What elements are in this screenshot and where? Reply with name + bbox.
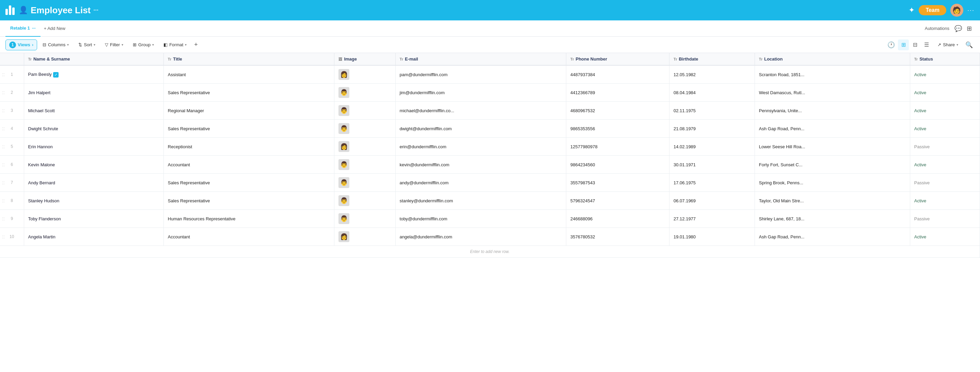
cell-image: 👨 (334, 174, 395, 192)
sun-icon[interactable]: ✦ (908, 6, 915, 14)
row-number: 3 (11, 108, 13, 113)
cell-email: pam@dundermifflin.com (395, 65, 566, 84)
drag-handle[interactable]: :: (2, 234, 5, 239)
table-container: Tr Name & Surname Tr Title 🖼 Image (0, 53, 980, 372)
col-header-phone[interactable]: Tr Phone Number (566, 53, 670, 65)
table-row: ::9Toby FlandersonHuman Resources Repres… (0, 210, 980, 228)
drag-handle[interactable]: :: (2, 90, 5, 95)
cell-phone: 4680967532 (566, 102, 670, 120)
cell-status: Active (910, 84, 980, 102)
col-label-email: E-mail (405, 57, 418, 62)
cell-image: 👨 (334, 192, 395, 210)
status-badge: Active (914, 108, 926, 113)
card-view-button[interactable]: ⊟ (910, 40, 920, 50)
add-toolbar-button[interactable]: + (192, 39, 200, 50)
cell-status: Passive (910, 138, 980, 156)
header-more-icon[interactable]: ··· (967, 7, 975, 14)
list-view-button[interactable]: ☰ (921, 40, 932, 50)
cell-name[interactable]: Toby Flanderson (24, 210, 164, 228)
cell-phone: 3576780532 (566, 228, 670, 246)
sort-button[interactable]: ⇅ Sort ▾ (74, 40, 99, 49)
title-more-icon[interactable]: ··· (93, 7, 99, 14)
format-button[interactable]: ◧ Format ▾ (159, 40, 191, 49)
cell-location: West Damascus, Rutl... (754, 84, 910, 102)
employee-photo: 👩 (339, 141, 349, 152)
cell-name[interactable]: Kevin Malone (24, 156, 164, 174)
add-row-hint: Enter to add new row. (0, 246, 980, 258)
cell-rownum: ::1 (0, 65, 24, 84)
drag-handle[interactable]: :: (2, 198, 5, 203)
drag-handle[interactable]: :: (2, 162, 5, 167)
cell-name[interactable]: Michael Scott (24, 102, 164, 120)
tab-retable1[interactable]: Retable 1 ··· (5, 21, 41, 37)
cell-name[interactable]: Erin Hannon (24, 138, 164, 156)
cell-birthdate: 14.02.1989 (670, 138, 755, 156)
drag-handle[interactable]: :: (2, 180, 5, 185)
automations-button[interactable]: Automations (921, 26, 953, 31)
cell-name[interactable]: Angela Martin (24, 228, 164, 246)
views-count: 1 (9, 41, 16, 48)
layout-icon-button[interactable]: ⊞ (964, 23, 975, 34)
footer-row: Enter to add new row. (0, 246, 980, 258)
drag-handle[interactable]: :: (2, 144, 5, 149)
cell-image: 👩 (334, 228, 395, 246)
filter-button[interactable]: ▽ Filter ▾ (101, 40, 127, 49)
table-row: ::3Michael ScottRegional Manager👨michael… (0, 102, 980, 120)
cell-location: Taylor, Old Main Stre... (754, 192, 910, 210)
avatar[interactable]: 🧑 (950, 4, 963, 17)
filter-chevron: ▾ (122, 43, 123, 47)
group-button[interactable]: ⊞ Group ▾ (129, 40, 158, 49)
cell-name[interactable]: Stanley Hudson (24, 192, 164, 210)
cell-title: Receptionist (164, 138, 334, 156)
col-header-image[interactable]: 🖼 Image (334, 53, 395, 65)
cell-email: toby@dundermifflin.com (395, 210, 566, 228)
share-button[interactable]: ↗ Share ▾ (933, 40, 962, 49)
drag-handle[interactable]: :: (2, 216, 5, 222)
drag-handle[interactable]: :: (2, 108, 5, 113)
cell-status: Active (910, 120, 980, 138)
col-header-status[interactable]: Tr Status (910, 53, 980, 65)
cell-name[interactable]: Andy Bernard (24, 174, 164, 192)
views-button[interactable]: 1 Views › (5, 40, 37, 50)
add-new-button[interactable]: + Add New (41, 26, 69, 31)
table-row: ::2Jim HalpertSales Representative👨jim@d… (0, 84, 980, 102)
cell-title: Sales Representative (164, 120, 334, 138)
cell-location: Shirley Lane, 687, 18... (754, 210, 910, 228)
col-header-email[interactable]: Tr E-mail (395, 53, 566, 65)
table-row: ::6Kevin MaloneAccountant👨kevin@dundermi… (0, 156, 980, 174)
cell-name[interactable]: Pam Beesly⤢ (24, 65, 164, 84)
status-badge: Passive (914, 144, 930, 149)
drag-handle[interactable]: :: (2, 72, 5, 77)
expand-icon[interactable]: ⤢ (53, 72, 59, 78)
cell-email: michael@dundermifflin.co... (395, 102, 566, 120)
col-header-birthdate[interactable]: Tr Birthdate (670, 53, 755, 65)
cell-email: angela@dundermifflin.com (395, 228, 566, 246)
team-badge[interactable]: Team (919, 5, 946, 15)
col-header-name[interactable]: Tr Name & Surname (24, 53, 164, 65)
col-type-icon-phone: Tr (570, 57, 574, 61)
app-logo[interactable] (5, 5, 14, 15)
cell-birthdate: 17.06.1975 (670, 174, 755, 192)
columns-button[interactable]: ⊟ Columns ▾ (38, 40, 73, 49)
drag-handle[interactable]: :: (2, 126, 5, 131)
cell-status: Active (910, 65, 980, 84)
tab-more-icon[interactable]: ··· (32, 25, 36, 31)
cell-status: Active (910, 102, 980, 120)
history-icon-button[interactable]: 🕐 (886, 40, 897, 50)
col-header-location[interactable]: Tr Location (754, 53, 910, 65)
cell-name[interactable]: Dwight Schrute (24, 120, 164, 138)
app-title-area: 👤 Employee List ··· (19, 5, 99, 16)
cell-name[interactable]: Jim Halpert (24, 84, 164, 102)
col-label-title: Title (173, 57, 182, 62)
row-number: 7 (11, 180, 13, 185)
col-header-title[interactable]: Tr Title (164, 53, 334, 65)
table-row: ::7Andy BernardSales Representative👨andy… (0, 174, 980, 192)
cell-image: 👩 (334, 65, 395, 84)
grid-view-button[interactable]: ⊞ (898, 40, 909, 50)
table-header-row: Tr Name & Surname Tr Title 🖼 Image (0, 53, 980, 65)
cell-rownum: ::9 (0, 210, 24, 228)
chat-icon-button[interactable]: 💬 (953, 23, 964, 34)
status-badge: Passive (914, 180, 930, 185)
cell-birthdate: 27.12.1977 (670, 210, 755, 228)
search-icon-button[interactable]: 🔍 (964, 40, 975, 50)
